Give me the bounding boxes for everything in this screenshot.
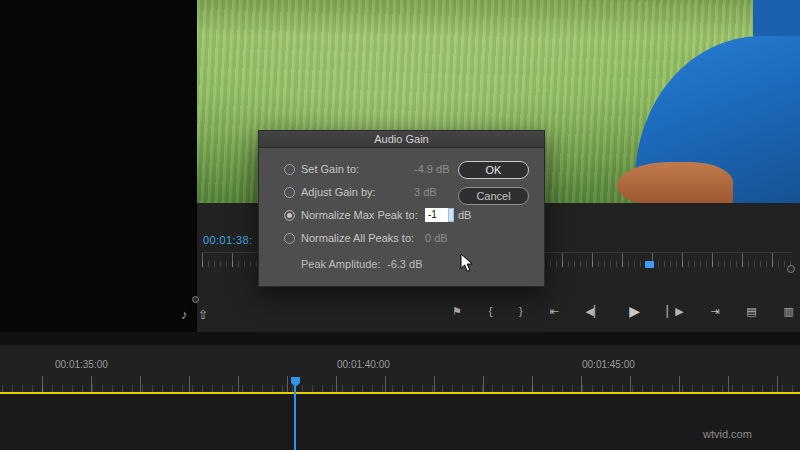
left-audio-panel — [0, 0, 197, 332]
ok-button[interactable]: OK — [458, 161, 529, 179]
panel-scroll-knob[interactable] — [192, 296, 199, 303]
gain-unit-label: dB — [458, 209, 471, 221]
play-icon[interactable]: ▶ — [629, 299, 640, 323]
lift-icon[interactable]: ▤ — [746, 299, 756, 323]
timeline-playhead-line[interactable] — [294, 386, 296, 450]
go-to-in-icon[interactable]: ⇤ — [550, 299, 559, 323]
go-to-out-icon[interactable]: ⇥ — [710, 299, 719, 323]
option-label: Adjust Gain by: — [301, 186, 376, 198]
step-forward-icon[interactable]: ▏▶ — [667, 299, 684, 323]
option-label: Set Gain to: — [301, 163, 359, 175]
step-back-icon[interactable]: ◀▏ — [585, 299, 602, 323]
mouse-cursor — [460, 253, 474, 277]
panel-bottom-toolbar: ♪ ⇧ — [181, 304, 221, 324]
monitor-timecode[interactable]: 00:01:38: — [203, 234, 252, 246]
text-caret — [448, 208, 454, 222]
option-value[interactable]: -4.9 dB — [414, 163, 449, 175]
add-marker-icon[interactable]: ⚑ — [452, 299, 462, 323]
mark-in-icon[interactable]: { — [489, 299, 493, 323]
option-normalize-max-peak: Normalize Max Peak to: -1 dB — [259, 208, 544, 224]
dialog-title[interactable]: Audio Gain — [259, 131, 544, 148]
peak-amplitude-row: Peak Amplitude: -6.3 dB — [259, 258, 544, 274]
timeline-timestamp: 00:01:45:00 — [582, 359, 635, 370]
timeline-timestamp: 00:01:40:00 — [337, 359, 390, 370]
watermark: wtvid.com — [703, 428, 752, 440]
zoom-scrollbar-knob[interactable] — [787, 265, 795, 273]
cancel-button[interactable]: Cancel — [458, 187, 529, 205]
option-value[interactable]: 3 dB — [414, 186, 437, 198]
extract-icon[interactable]: ▥ — [783, 299, 793, 323]
radio-normalize-max-peak[interactable] — [284, 210, 295, 221]
option-label: Normalize Max Peak to: — [301, 209, 418, 221]
timeline-track-area — [0, 394, 800, 450]
option-value[interactable]: 0 dB — [425, 232, 448, 244]
audio-icon[interactable]: ♪ — [181, 307, 188, 322]
option-label: Normalize All Peaks to: — [301, 232, 414, 244]
radio-set-gain-to[interactable] — [284, 164, 295, 175]
monitor-playhead-marker[interactable] — [645, 261, 654, 268]
timeline-timestamp: 00:01:35:00 — [55, 359, 108, 370]
peak-amplitude-value: -6.3 dB — [387, 258, 422, 270]
export-icon[interactable]: ⇧ — [198, 307, 209, 322]
radio-normalize-all-peaks[interactable] — [284, 233, 295, 244]
option-normalize-all-peaks: Normalize All Peaks to: 0 dB — [259, 231, 544, 247]
audio-gain-dialog: Audio Gain Set Gain to: -4.9 dB Adjust G… — [258, 130, 545, 287]
timeline-ruler[interactable] — [0, 376, 800, 392]
gain-value-input[interactable]: -1 — [425, 208, 448, 222]
premiere-app-window: 00:01:38: ⚑ { } ⇤ ◀▏ ▶ ▏▶ ⇥ ▤ ▥ ♪ ⇧ 00:0… — [0, 0, 800, 450]
mark-out-icon[interactable]: } — [519, 299, 523, 323]
transport-controls: ⚑ { } ⇤ ◀▏ ▶ ▏▶ ⇥ ▤ ▥ — [452, 299, 794, 323]
timeline-panel: 00:01:35:00 00:01:40:00 00:01:45:00 wtvi… — [0, 345, 800, 450]
radio-adjust-gain-by[interactable] — [284, 187, 295, 198]
person-arm — [617, 162, 733, 203]
peak-amplitude-label: Peak Amplitude: — [301, 258, 381, 270]
